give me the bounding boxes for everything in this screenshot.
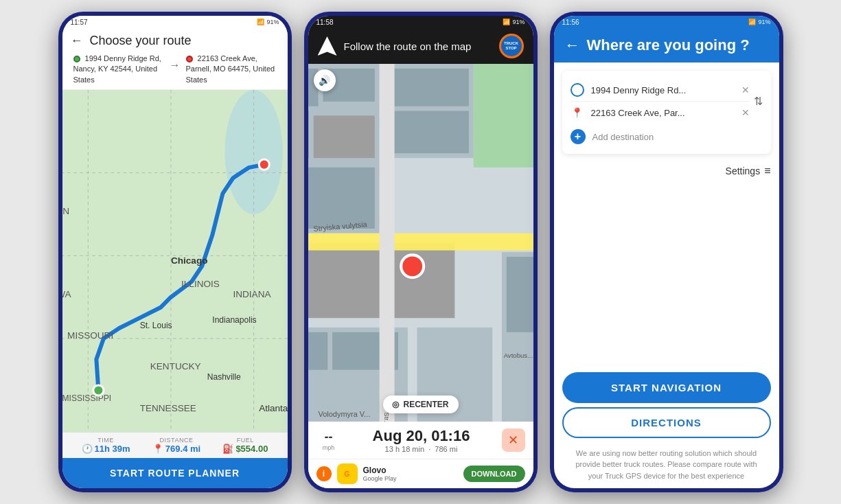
origin-icon xyxy=(571,83,584,97)
navigation-map[interactable]: Stryiska vulytsia Volodymyra V... ...tsi… xyxy=(308,64,533,422)
svg-text:TENNESSEE: TENNESSEE xyxy=(139,403,196,413)
svg-text:Chicago: Chicago xyxy=(170,256,207,266)
svg-text:ILLINOIS: ILLINOIS xyxy=(181,279,220,289)
battery-1: 91% xyxy=(266,19,279,25)
status-bar-1: 11:57 📶 91% xyxy=(62,16,288,28)
time-stat: TIME 🕐 11h 39m xyxy=(82,437,130,454)
navigation-arrow-icon xyxy=(318,36,337,56)
recenter-icon: ◎ xyxy=(392,400,399,409)
distance-value: 📍 769.4 mi xyxy=(152,444,200,454)
add-destination-icon: + xyxy=(571,129,586,144)
svg-text:Avtobus...: Avtobus... xyxy=(503,352,532,359)
close-icon: ✕ xyxy=(508,433,518,448)
origin-clear-button[interactable]: ✕ xyxy=(741,84,750,95)
signal-icon-1: 📶 xyxy=(257,19,264,25)
download-button[interactable]: DOWNLOAD xyxy=(463,466,525,482)
destination-icon: 📍 xyxy=(571,106,584,119)
add-destination-row[interactable]: + Add destination xyxy=(571,124,763,146)
glovo-info-button[interactable]: i xyxy=(316,466,332,481)
from-address: 1994 Denny Ridge Rd, Nancy, KY 42544, Un… xyxy=(73,54,164,85)
destination-header: ← Where are you going ? xyxy=(554,28,779,62)
sound-button[interactable]: 🔊 xyxy=(314,69,336,91)
glovo-text: Glovo Google Play xyxy=(363,466,458,482)
route-stats: TIME 🕐 11h 39m DISTANCE 📍 769.4 mi FUEL … xyxy=(62,432,288,458)
svg-text:Indianapolis: Indianapolis xyxy=(212,316,256,325)
destination-clear-button[interactable]: ✕ xyxy=(741,107,750,118)
sound-icon: 🔊 xyxy=(319,75,330,86)
phone-3: 11:56 📶 91% ← Where are you going ? 1994… xyxy=(550,12,783,492)
start-navigation-button[interactable]: START NAVIGATION xyxy=(562,372,771,403)
page-title-3: Where are you going ? xyxy=(587,36,750,54)
svg-text:Atlanta: Atlanta xyxy=(259,403,288,413)
destinations-card: 1994 Denny Ridge Rd... ✕ 📍 22163 Creek A… xyxy=(562,71,771,154)
fuel-icon: ⛽ xyxy=(222,444,233,454)
close-navigation-button[interactable]: ✕ xyxy=(502,428,525,452)
svg-point-23 xyxy=(93,385,103,396)
svg-text:KENTUCKY: KENTUCKY xyxy=(150,361,200,371)
speed-display: -- mph xyxy=(316,430,341,451)
svg-rect-30 xyxy=(308,111,309,159)
destination-dot xyxy=(186,56,193,62)
battery-3: 91% xyxy=(758,19,770,25)
svg-text:MISSISSIPPI: MISSISSIPPI xyxy=(62,393,111,403)
phone-1: 11:57 📶 91% ← Choose your route 1994 Den… xyxy=(58,12,292,492)
signal-icon-2: 📶 xyxy=(503,19,510,25)
route-info: 1994 Denny Ridge Rd, Nancy, KY 42544, Un… xyxy=(71,54,279,85)
svg-text:IOWA: IOWA xyxy=(62,289,72,299)
svg-rect-31 xyxy=(313,115,374,158)
svg-rect-43 xyxy=(473,64,533,168)
glovo-banner: i G Glovo Google Play DOWNLOAD xyxy=(308,459,533,488)
svg-text:Volodymyra V...: Volodymyra V... xyxy=(318,410,370,418)
follow-route-text: Follow the route on the map xyxy=(344,41,492,52)
routing-notice: We are using now better routing solution… xyxy=(554,444,779,489)
page-title-1: Choose your route xyxy=(90,34,192,48)
settings-row[interactable]: Settings ≡ xyxy=(554,159,779,177)
svg-point-24 xyxy=(259,159,269,170)
svg-rect-38 xyxy=(308,332,327,370)
distance-stat: DISTANCE 📍 769.4 mi xyxy=(152,437,200,454)
destination-text: 22163 Creek Ave, Par... xyxy=(591,108,735,118)
recenter-button[interactable]: ◎ RECENTER xyxy=(382,396,458,413)
svg-rect-35 xyxy=(393,111,469,154)
battery-2: 91% xyxy=(512,19,525,25)
status-time-3: 11:56 xyxy=(562,19,579,26)
route-map[interactable]: IOWA ILLINOIS INDIANA MISSOURI KENTUCKY … xyxy=(62,90,288,432)
clock-icon: 🕐 xyxy=(82,444,93,454)
eta-sub-text: 13 h 18 min · 786 mi xyxy=(347,445,496,453)
svg-text:MISSOURI: MISSOURI xyxy=(67,330,113,341)
status-bar-3: 11:56 📶 91% xyxy=(554,16,779,28)
svg-point-54 xyxy=(401,255,424,277)
origin-text: 1994 Denny Ridge Rd... xyxy=(591,85,735,95)
settings-filter-icon[interactable]: ≡ xyxy=(764,165,770,177)
svg-rect-48 xyxy=(379,64,394,422)
add-destination-text: Add destination xyxy=(592,132,654,142)
svg-text:WISCONSIN: WISCONSIN xyxy=(62,206,69,216)
origin-row[interactable]: 1994 Denny Ridge Rd... ✕ xyxy=(571,79,750,101)
destination-row[interactable]: 📍 22163 Creek Ave, Par... ✕ xyxy=(571,101,750,124)
origin-dot xyxy=(73,56,80,62)
fuel-value: ⛽ $554.00 xyxy=(222,444,268,454)
to-address: 22163 Creek Ave, Parnell, MO 64475, Unit… xyxy=(186,54,277,85)
eta-info: Aug 20, 01:16 13 h 18 min · 786 mi xyxy=(347,427,496,453)
truck-stop-badge: TRUCK STOP xyxy=(499,34,524,58)
time-value: 🕐 11h 39m xyxy=(82,444,130,454)
back-button-1[interactable]: ← xyxy=(71,34,83,48)
svg-rect-47 xyxy=(308,233,533,251)
nav-header: Follow the route on the map TRUCK STOP xyxy=(308,28,533,64)
swap-destinations-button[interactable]: ⇅ xyxy=(754,95,763,108)
svg-text:Nashville: Nashville xyxy=(207,373,240,382)
start-route-planner-button[interactable]: START ROUTE PLANNER xyxy=(62,458,288,488)
phone-2: 11:58 📶 91% Follow the route on the map … xyxy=(304,12,538,492)
glovo-logo: G xyxy=(337,463,358,484)
route-header: ← Choose your route 1994 Denny Ridge Rd,… xyxy=(62,28,288,90)
spacer xyxy=(554,177,779,367)
status-bar-2: 11:58 📶 91% xyxy=(308,16,533,28)
settings-label: Settings xyxy=(726,165,761,176)
signal-icon-3: 📶 xyxy=(748,19,756,25)
back-button-3[interactable]: ← xyxy=(565,36,580,54)
fuel-stat: FUEL ⛽ $554.00 xyxy=(222,437,268,454)
svg-text:INDIANA: INDIANA xyxy=(233,289,271,299)
nav-bottom-bar: -- mph Aug 20, 01:16 13 h 18 min · 786 m… xyxy=(308,422,533,459)
svg-text:St. Louis: St. Louis xyxy=(139,321,172,330)
directions-button[interactable]: DIRECTIONS xyxy=(562,407,771,438)
